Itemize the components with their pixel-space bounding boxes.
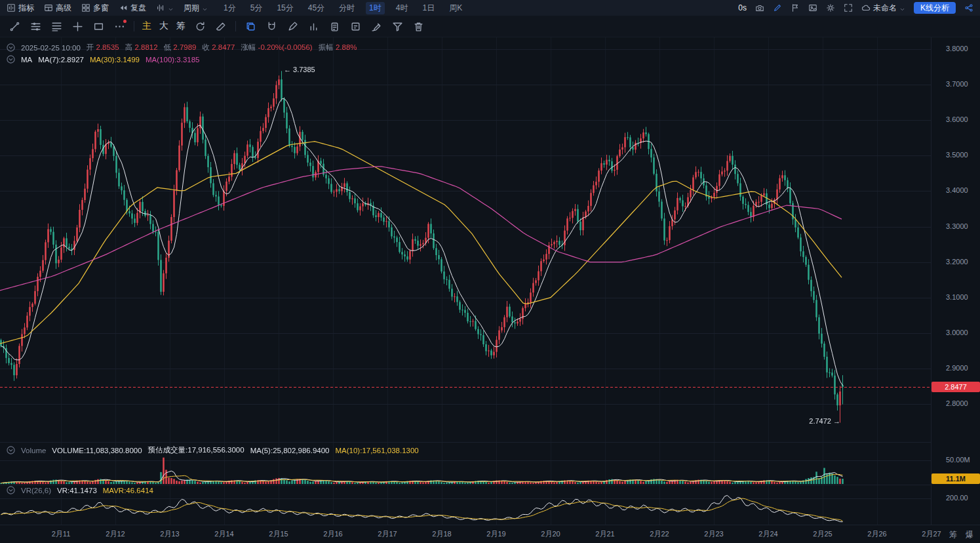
chevron-down-icon xyxy=(202,5,208,11)
liquidation-corner-button[interactable]: 爆 xyxy=(966,529,973,540)
rectangle-tool[interactable] xyxy=(92,20,105,33)
close-value: 2.8477 xyxy=(212,43,235,51)
large-chart-toggle[interactable]: 大 xyxy=(159,20,168,32)
timeframe-1hour-active[interactable]: 1时 xyxy=(366,2,385,14)
notification-dot xyxy=(123,20,127,23)
magnet-tool[interactable] xyxy=(265,20,278,33)
collapse-circle-icon[interactable] xyxy=(7,55,15,64)
mavr-value: MAVR:46.6414 xyxy=(103,487,153,494)
pencil-icon[interactable] xyxy=(773,3,782,12)
change-label: 涨幅 xyxy=(241,43,256,51)
time-axis[interactable]: 筹 爆 2月112月122月132月142月152月162月172月182月19… xyxy=(0,525,980,543)
timeframe-group: 1分 5分 15分 45分 分时 1时 4时 1日 周K xyxy=(220,2,465,14)
advanced-icon xyxy=(44,3,53,12)
layout-dropdown[interactable]: 未命名 xyxy=(861,3,905,14)
multi-window-icon xyxy=(81,3,90,12)
bookmark-icon[interactable] xyxy=(791,3,800,12)
price-axis-tick: 3.6000 xyxy=(946,115,968,123)
price-axis-tick: 3.5000 xyxy=(946,151,968,159)
note-tool[interactable] xyxy=(349,20,362,33)
ma30-value: MA(30):3.1499 xyxy=(90,56,140,64)
timeframe-1min[interactable]: 1分 xyxy=(220,2,239,14)
menu-advanced[interactable]: 高级 xyxy=(44,3,71,14)
kline-analysis-button[interactable]: K线分析 xyxy=(914,2,956,14)
trend-line-tool[interactable] xyxy=(8,20,21,33)
vr-info-row: VR(26,6) VR:41.1473 MAVR:46.6414 xyxy=(7,486,153,494)
low-value: 2.7989 xyxy=(173,43,196,51)
x-axis-label: 2月27 xyxy=(913,529,950,539)
timeframe-1day[interactable]: 1日 xyxy=(419,2,438,14)
timeframe-1week[interactable]: 周K xyxy=(446,2,465,14)
x-axis-label: 2月14 xyxy=(206,529,243,539)
marker-pen-tool[interactable] xyxy=(286,20,299,33)
parallel-lines-tool[interactable] xyxy=(29,20,42,33)
fullscreen-icon[interactable] xyxy=(844,3,853,12)
high-value: 2.8812 xyxy=(134,43,157,51)
volume-profile-tool[interactable] xyxy=(307,20,320,33)
gear-icon[interactable] xyxy=(826,3,835,12)
menu-replay-label: 复盘 xyxy=(130,3,146,14)
vr-axis-tick: 200.00 xyxy=(946,494,968,502)
ohlc-info-row: 2025-02-25 10:00 开 2.8535 高 2.8812 低 2.7… xyxy=(7,43,357,52)
ma7-value: MA(7):2.8927 xyxy=(38,56,84,64)
timeframe-15min[interactable]: 15分 xyxy=(273,2,296,14)
price-axis[interactable]: 2.8477 50.00M 11.1M 200.00 3.80003.70003… xyxy=(931,0,980,543)
period-label: 周期 xyxy=(184,3,199,14)
price-axis-tick: 3.3000 xyxy=(946,222,968,230)
more-tools-button[interactable] xyxy=(113,20,126,33)
menu-indicators[interactable]: 指标 xyxy=(7,3,34,14)
timeframe-45min[interactable]: 45分 xyxy=(305,2,328,14)
price-axis-tick: 2.9000 xyxy=(946,364,968,372)
collapse-circle-icon[interactable] xyxy=(7,486,15,494)
volume-pane-title: Volume xyxy=(21,447,46,454)
collapse-circle-icon[interactable] xyxy=(7,43,15,52)
close-label: 收 xyxy=(202,43,210,51)
x-axis-label: 2月11 xyxy=(43,529,79,539)
eraser-tool[interactable] xyxy=(214,20,227,33)
image-icon[interactable] xyxy=(808,3,817,12)
main-chart-toggle[interactable]: 主 xyxy=(142,20,151,32)
low-label: 低 xyxy=(164,43,172,51)
layout-name: 未命名 xyxy=(873,3,897,14)
low-price-annotation: 2.7472 → xyxy=(775,417,840,425)
chip-distribution-toggle[interactable]: 筹 xyxy=(176,20,186,32)
x-axis-label: 2月24 xyxy=(750,529,787,539)
camera-icon[interactable] xyxy=(755,3,764,12)
ma-group-label: MA xyxy=(21,56,32,64)
x-axis-label: 2月21 xyxy=(587,529,623,539)
fib-lines-tool[interactable] xyxy=(50,20,63,33)
x-axis-label: 2月15 xyxy=(260,529,297,539)
filter-tool[interactable] xyxy=(391,20,404,33)
chip-corner-button[interactable]: 筹 xyxy=(949,529,957,540)
copy-tool-active[interactable] xyxy=(244,20,257,33)
auto-refresh-2-tool[interactable] xyxy=(193,20,206,33)
collapse-circle-icon[interactable] xyxy=(7,446,15,454)
crosshair-tool[interactable] xyxy=(71,20,84,33)
x-axis-label: 2月25 xyxy=(804,529,841,539)
last-price-tag: 2.8477 xyxy=(931,382,980,392)
timeframe-4hour[interactable]: 4时 xyxy=(393,2,412,14)
menu-indicators-label: 指标 xyxy=(18,3,34,14)
menu-multiwindow[interactable]: 多窗 xyxy=(81,3,109,14)
cloud-icon xyxy=(861,3,871,12)
replay-icon xyxy=(119,3,128,12)
x-axis-label: 2月12 xyxy=(97,529,134,539)
period-dropdown[interactable]: 周期 xyxy=(184,3,208,14)
x-axis-label: 2月16 xyxy=(315,529,351,539)
top-toolbar: 指标 高级 多窗 复盘 周期 1分 5分 15分 45分 分时 1时 xyxy=(0,0,980,16)
timeframe-timeline[interactable]: 分时 xyxy=(336,2,358,14)
toolbar-divider xyxy=(134,21,134,31)
order-panel-tool[interactable] xyxy=(328,20,341,33)
timeframe-5min[interactable]: 5分 xyxy=(247,2,266,14)
candle-timestamp: 2025-02-25 10:00 xyxy=(21,44,81,52)
open-label: 开 xyxy=(87,43,94,51)
depth-dropdown[interactable] xyxy=(156,3,174,12)
top-toolbar-right: 0s 未命名 K线分析 xyxy=(738,2,973,14)
delete-tool[interactable] xyxy=(412,20,425,33)
brush-tool[interactable] xyxy=(370,20,383,33)
indicator-icon xyxy=(7,3,16,12)
menu-replay[interactable]: 复盘 xyxy=(119,3,146,14)
chevron-down-icon xyxy=(168,5,174,11)
share-icon[interactable] xyxy=(964,3,973,12)
x-axis-label: 2月22 xyxy=(641,529,678,539)
